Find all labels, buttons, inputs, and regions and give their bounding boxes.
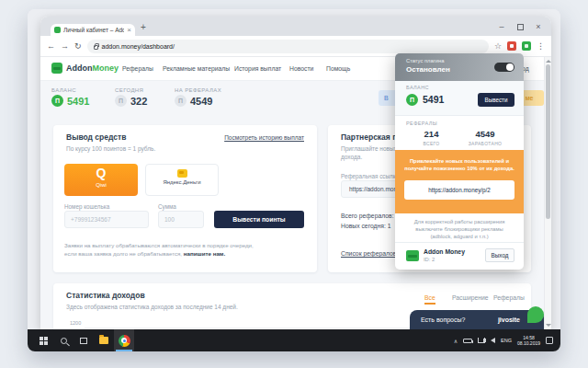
rate-note: По курсу 100 поинтов = 1 рубль. xyxy=(66,145,155,152)
brand-name: AddonMoney xyxy=(66,63,119,73)
maximize-button[interactable] xyxy=(511,17,529,36)
file-explorer-button[interactable] xyxy=(94,329,114,351)
language-indicator[interactable]: ENG xyxy=(501,338,512,343)
withdraw-points-button[interactable]: Вывести поинты xyxy=(214,211,304,228)
reload-icon[interactable]: ↻ xyxy=(74,41,82,51)
desktop-background: Личный кабинет – AddonMoney × + – × ← → … xyxy=(28,9,560,329)
plugin-status-value: Остановлен xyxy=(406,65,450,74)
green-extension-icon[interactable] xyxy=(522,41,531,51)
nav-item-referrals[interactable]: Рефералы xyxy=(122,65,153,72)
popup-balance-section: БАЛАНС П 5491 Вывести xyxy=(395,81,524,116)
jivosite-leaf-icon xyxy=(527,306,544,323)
nav-item-payout-history[interactable]: История выплат xyxy=(234,65,281,72)
jivosite-brand: jivosite xyxy=(498,310,520,329)
popup-referral-link[interactable]: https://addon.money/p/2 xyxy=(404,180,514,200)
tab-referrals[interactable]: Рефералы xyxy=(493,294,525,301)
withdraw-card: Вывод средств Посмотреть историю выплат … xyxy=(53,125,317,272)
address-bar[interactable]: addon.money/dashboard/ xyxy=(87,40,489,53)
income-title: Статистика доходов xyxy=(66,291,145,300)
wallet-number-label: Номер кошелька xyxy=(64,203,109,210)
popup-promo-block: Привлекайте новых пользователей и получа… xyxy=(395,150,524,213)
payment-method-qiwi[interactable]: Q Qiwi xyxy=(64,164,138,196)
tab-close-icon[interactable]: × xyxy=(127,24,131,36)
yandex-money-icon xyxy=(177,169,187,178)
withdraw-note-line1: Заявки на выплату обрабатываются автомат… xyxy=(64,242,254,248)
popup-balance-value: 5491 xyxy=(423,94,444,106)
task-view-button[interactable] xyxy=(74,329,94,351)
tab-all[interactable]: Все xyxy=(424,294,435,305)
payout-history-link[interactable]: Посмотреть историю выплат xyxy=(224,134,304,141)
desktop-mockup: Личный кабинет – AddonMoney × + – × ← → … xyxy=(0,0,588,368)
popup-ref-earned: 4549 ЗАРАБОТАНО xyxy=(457,129,514,146)
contact-us-link[interactable]: напишите нам. xyxy=(184,250,225,257)
account-id: ID: 2 xyxy=(424,257,435,262)
promo-line2: получайте пожизненно 10% от их дохода. xyxy=(395,166,524,171)
referral-list-link[interactable]: Список рефералов xyxy=(341,250,396,257)
new-tab-button[interactable]: + xyxy=(141,22,146,32)
start-button[interactable] xyxy=(33,329,53,351)
taskbar-clock[interactable]: 14:58 08.10.2019 xyxy=(517,335,540,346)
site-logo[interactable]: AddonMoney xyxy=(51,63,119,74)
chrome-window: Личный кабинет – AddonMoney × + – × ← → … xyxy=(40,17,551,329)
scroll-up-icon[interactable] xyxy=(546,60,551,63)
wallet-number-input[interactable]: +79991234567 xyxy=(64,211,149,228)
action-center-icon[interactable] xyxy=(546,337,553,344)
promo-line1: Привлекайте новых пользователей и xyxy=(395,158,524,164)
windows-taskbar: ∧ ENG 14:58 08.10.2019 xyxy=(28,329,560,351)
jivosite-chat-widget[interactable]: Есть вопросы? jivosite xyxy=(410,310,544,329)
payment-method-yandex-money[interactable]: Яндекс.Деньги xyxy=(145,164,219,196)
page-scrollbar[interactable] xyxy=(544,57,551,329)
withdraw-note-line2: если ваша заявка долго не обрабатывается… xyxy=(64,250,225,257)
nav-item-ad-materials[interactable]: Рекламные материалы xyxy=(163,65,230,72)
qiwi-logo-icon: Q xyxy=(64,164,138,182)
site-favicon-icon xyxy=(54,27,61,33)
stat-balance-value: 5491 xyxy=(67,96,89,107)
stat-today-label: СЕГОДНЯ xyxy=(115,87,143,93)
bookmark-star-icon[interactable]: ☆ xyxy=(494,41,502,51)
forward-icon[interactable]: → xyxy=(61,41,69,51)
nav-item-help[interactable]: Помощь xyxy=(326,65,350,72)
taskbar-search-button[interactable] xyxy=(53,329,74,351)
browser-tab[interactable]: Личный кабинет – AddonMoney × xyxy=(51,24,135,36)
new-today: Новых сегодня: 1 xyxy=(341,223,391,229)
logout-button[interactable]: Выход xyxy=(485,248,514,262)
windows-screen: Личный кабинет – AddonMoney × + – × ← → … xyxy=(28,9,560,351)
toggle-knob xyxy=(506,63,514,71)
referral-link-label: Реферальная ссылка xyxy=(341,173,399,179)
amount-input[interactable]: 100 xyxy=(158,211,204,228)
chrome-menu-icon[interactable]: ⋮ xyxy=(537,41,545,51)
task-view-icon xyxy=(80,338,87,344)
tab-extension[interactable]: Расширение xyxy=(452,294,489,301)
search-icon xyxy=(61,338,67,344)
back-icon[interactable]: ← xyxy=(47,41,55,51)
chrome-icon xyxy=(119,335,130,347)
chrome-taskbar-button[interactable] xyxy=(114,329,134,351)
tray-chevron-icon[interactable]: ∧ xyxy=(454,338,458,344)
close-window-button[interactable]: × xyxy=(529,22,548,31)
stat-today-value: 322 xyxy=(130,96,147,107)
popup-balance-label: БАЛАНС xyxy=(406,85,429,90)
points-coin-icon: П xyxy=(406,94,418,106)
speaker-icon[interactable] xyxy=(491,338,495,343)
points-coin-icon: П xyxy=(175,95,187,107)
scrollbar-thumb[interactable] xyxy=(546,64,550,219)
extension-popup: Статус плагина Остановлен БАЛАНС П 5491 … xyxy=(395,53,524,270)
scroll-down-icon[interactable] xyxy=(546,324,551,327)
popup-withdraw-button[interactable]: Вывести xyxy=(478,93,514,107)
system-tray: ∧ ENG 14:58 08.10.2019 xyxy=(454,335,560,346)
account-name: Addon Money xyxy=(424,248,465,255)
income-subtitle: Здесь отображена статистика доходов за п… xyxy=(66,304,238,310)
nav-item-news[interactable]: Новости xyxy=(289,65,313,72)
stat-balance-label: БАЛАНС xyxy=(51,87,76,93)
tab-strip: Личный кабинет – AddonMoney × + – × xyxy=(40,17,551,36)
popup-footer: Addon Money ID: 2 Выход xyxy=(395,242,524,270)
addon-money-extension-icon[interactable] xyxy=(507,41,516,51)
popup-ref-total: 214 ВСЕГО xyxy=(406,129,457,146)
plugin-toggle[interactable] xyxy=(494,63,514,72)
active-app-indicator xyxy=(116,350,132,351)
adblock-note-line3: (adblock, adguard и т.п.) xyxy=(395,234,524,239)
minimize-button[interactable]: – xyxy=(492,22,511,31)
addon-money-logo-icon xyxy=(406,250,419,261)
popup-header: Статус плагина Остановлен xyxy=(395,53,524,81)
battery-icon[interactable] xyxy=(463,339,472,343)
